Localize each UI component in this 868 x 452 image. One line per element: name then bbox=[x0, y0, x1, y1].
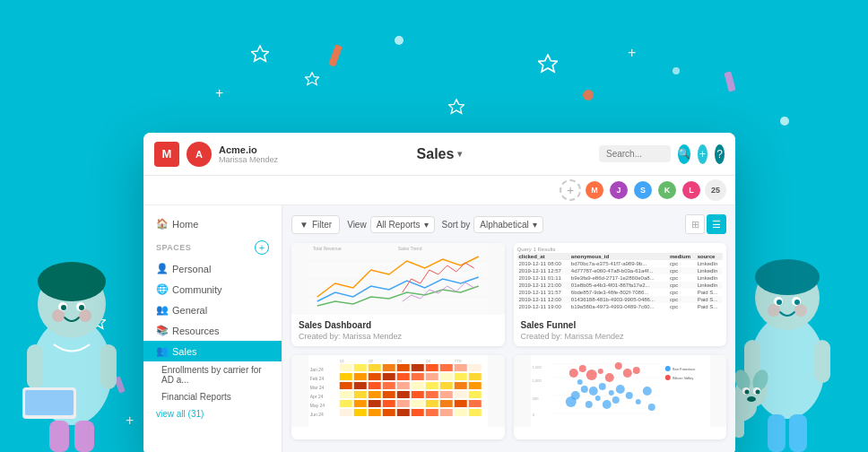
filter-button[interactable]: ▼ Filter bbox=[291, 215, 340, 234]
workspace-name: Acme.io bbox=[219, 144, 278, 155]
enrollments-label: Enrollments by carrier for AD a... bbox=[161, 365, 269, 385]
sidebar-item-resources[interactable]: 📚 Resources bbox=[143, 320, 282, 341]
financial-label: Financial Reports bbox=[161, 392, 231, 402]
svg-rect-83 bbox=[412, 382, 424, 389]
sidebar-sub-enrollments[interactable]: Enrollments by carrier for AD a... bbox=[143, 361, 282, 388]
svg-rect-66 bbox=[455, 364, 467, 371]
view-dropdown-chevron: ▾ bbox=[424, 220, 429, 230]
sidebar-item-home[interactable]: 🏠 Home bbox=[143, 213, 282, 235]
heatmap-preview: Jan 24 Feb 24 Mar 24 Apr 24 May 24 Jun 2… bbox=[291, 355, 505, 427]
list-view-button[interactable]: ☰ bbox=[707, 214, 726, 234]
svg-rect-68 bbox=[340, 373, 352, 380]
home-icon: 🏠 bbox=[156, 218, 167, 230]
svg-rect-114 bbox=[426, 409, 438, 416]
svg-rect-20 bbox=[74, 421, 94, 452]
svg-rect-115 bbox=[440, 409, 453, 416]
svg-point-141 bbox=[608, 390, 613, 396]
app-logo: M bbox=[154, 142, 179, 167]
svg-rect-85 bbox=[440, 382, 453, 389]
svg-rect-97 bbox=[469, 391, 482, 398]
svg-point-135 bbox=[577, 379, 582, 385]
view-toggle: ⊞ ☰ bbox=[685, 214, 726, 234]
svg-rect-96 bbox=[455, 391, 467, 398]
search-input[interactable] bbox=[599, 145, 671, 162]
sidebar-item-community[interactable]: 🌐 Community bbox=[143, 279, 282, 300]
workspace-user: Marissa Mendez bbox=[219, 155, 278, 164]
svg-rect-98 bbox=[340, 400, 352, 407]
sort-dropdown[interactable]: Alphabetical ▾ bbox=[473, 216, 542, 233]
help-button[interactable]: ? bbox=[715, 144, 725, 164]
svg-rect-70 bbox=[369, 373, 381, 380]
svg-point-145 bbox=[635, 399, 640, 404]
svg-rect-60 bbox=[369, 364, 381, 371]
report-card-heatmap[interactable]: Jan 24 Feb 24 Mar 24 Apr 24 May 24 Jun 2… bbox=[291, 355, 505, 439]
svg-rect-67 bbox=[469, 364, 482, 371]
svg-point-150 bbox=[586, 369, 596, 380]
svg-text:1,000: 1,000 bbox=[532, 378, 542, 383]
add-space-button[interactable]: + bbox=[255, 240, 269, 255]
filter-label: Filter bbox=[312, 220, 332, 230]
page-title-area: Sales ▾ bbox=[280, 146, 599, 162]
svg-rect-104 bbox=[426, 400, 438, 407]
resources-label: Resources bbox=[172, 326, 220, 336]
svg-point-28 bbox=[768, 304, 780, 317]
report-creator-2: Created by: Marissa Mendez bbox=[521, 332, 720, 341]
svg-rect-86 bbox=[455, 382, 467, 389]
svg-rect-74 bbox=[426, 373, 438, 380]
reports-grid: Total Revenue Sales Trend Sales Dashboar… bbox=[291, 243, 726, 439]
sidebar-sub-financial[interactable]: Financial Reports bbox=[143, 388, 282, 405]
svg-point-138 bbox=[595, 396, 600, 401]
svg-text:Mar 24: Mar 24 bbox=[310, 385, 325, 390]
svg-rect-78 bbox=[340, 382, 352, 389]
svg-text:San Francisco: San Francisco bbox=[672, 367, 695, 371]
home-label: Home bbox=[172, 219, 198, 230]
spaces-label: SPACES bbox=[156, 243, 191, 252]
search-button[interactable]: 🔍 bbox=[678, 144, 690, 164]
svg-rect-63 bbox=[412, 364, 424, 371]
avatar-5: L bbox=[681, 179, 702, 201]
sidebar-item-general[interactable]: 👥 General bbox=[143, 300, 282, 320]
sales-label: Sales bbox=[172, 346, 197, 357]
svg-rect-88 bbox=[340, 391, 352, 398]
avatar-1: M bbox=[584, 179, 605, 201]
heatmap-info bbox=[291, 427, 505, 439]
svg-text:Apr 24: Apr 24 bbox=[310, 394, 324, 399]
svg-rect-92 bbox=[397, 391, 410, 398]
svg-marker-3 bbox=[539, 55, 558, 72]
svg-point-133 bbox=[580, 386, 587, 393]
view-dropdown[interactable]: All Reports ▾ bbox=[370, 216, 435, 233]
svg-rect-90 bbox=[369, 391, 381, 398]
view-all-link[interactable]: view all (31) bbox=[143, 405, 282, 422]
scatter-preview: 1,500 1,000 500 0 bbox=[514, 355, 727, 427]
view-label: View bbox=[347, 220, 367, 230]
svg-point-137 bbox=[588, 387, 597, 396]
main-content: 🏠 Home SPACES + 👤 Personal 🌐 Community 👥… bbox=[143, 205, 735, 452]
resources-icon: 📚 bbox=[156, 325, 167, 336]
personal-icon: 👤 bbox=[156, 263, 167, 274]
svg-point-11 bbox=[61, 305, 66, 310]
svg-rect-113 bbox=[412, 409, 424, 416]
sort-label: Sort by bbox=[442, 220, 471, 230]
svg-point-12 bbox=[79, 305, 84, 310]
svg-text:1,500: 1,500 bbox=[532, 365, 542, 369]
report-card-sales-funnel[interactable]: Query 1 Results clicked_at anonymous_id … bbox=[514, 243, 727, 346]
add-button[interactable]: + bbox=[698, 144, 707, 164]
svg-point-41 bbox=[756, 390, 760, 395]
svg-rect-58 bbox=[340, 364, 352, 371]
svg-rect-110 bbox=[369, 409, 381, 416]
svg-rect-32 bbox=[768, 414, 786, 452]
report-title-2: Sales Funnel bbox=[521, 320, 720, 330]
avatar-2: J bbox=[608, 179, 629, 201]
svg-point-154 bbox=[622, 369, 631, 378]
sidebar-item-sales[interactable]: 👥 Sales bbox=[143, 341, 282, 361]
svg-text:Jun 24: Jun 24 bbox=[310, 412, 324, 417]
svg-text:Q2: Q2 bbox=[369, 359, 374, 363]
page-title[interactable]: Sales ▾ bbox=[417, 146, 463, 162]
svg-point-149 bbox=[578, 365, 586, 372]
report-card-scatter[interactable]: 1,500 1,000 500 0 bbox=[514, 355, 727, 439]
grid-view-button[interactable]: ⊞ bbox=[685, 214, 705, 234]
sidebar-item-personal[interactable]: 👤 Personal bbox=[143, 258, 282, 279]
svg-rect-89 bbox=[354, 391, 367, 398]
report-card-sales-dashboard[interactable]: Total Revenue Sales Trend Sales Dashboar… bbox=[291, 243, 505, 346]
add-member-button[interactable]: + bbox=[560, 179, 581, 201]
